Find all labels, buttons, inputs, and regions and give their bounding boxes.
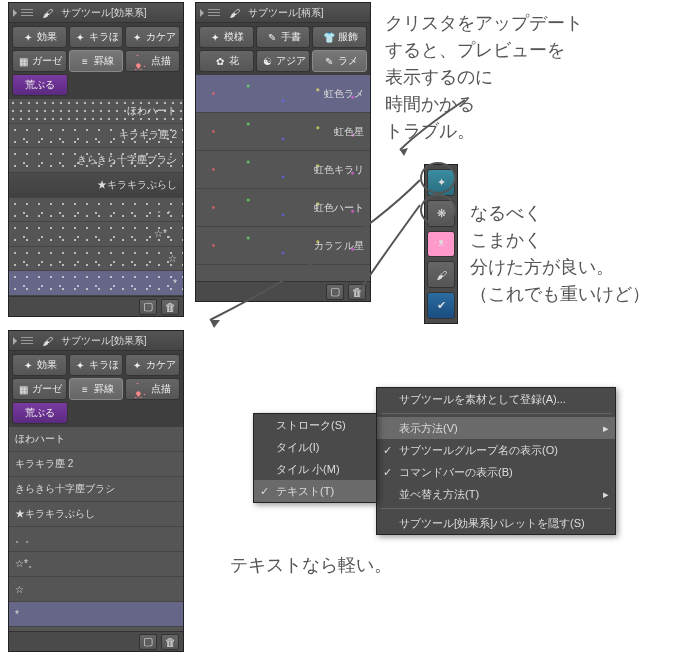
menu-register-material[interactable]: サブツールを素材として登録(A)... xyxy=(377,388,615,410)
brush-icon: 🖌 xyxy=(37,6,57,20)
tab-kakea[interactable]: ✦カケア xyxy=(125,26,180,48)
subtool-panel-pattern: 🖌 サブツール[柄系] ✦模様 ✎手書 👕服飾 ✿花 ☯アジア ✎ラメ 虹色ラメ… xyxy=(195,2,371,302)
tab-area: ✦効果 ✦キラほ ✦カケア ▦ガーゼ ≡罫線 ･ᴥ･点描 荒ぶる xyxy=(9,23,183,99)
list-item[interactable]: キラキラ塵 2 xyxy=(9,452,183,477)
new-subtool-button[interactable]: ▢ xyxy=(326,284,344,300)
tab-ruled[interactable]: ≡罫線 xyxy=(69,378,124,400)
list-item[interactable]: ★キラキラぶらし xyxy=(9,173,183,198)
list-item[interactable]: きらきら十字塵ブラシ xyxy=(9,148,183,173)
panel-footer: ▢ 🗑 xyxy=(196,281,370,301)
collapse-icon[interactable] xyxy=(13,337,17,345)
list-item[interactable]: * xyxy=(9,602,183,627)
tab-kakea[interactable]: ✦カケア xyxy=(125,354,180,376)
brush-icon: 🖌 xyxy=(436,269,447,281)
context-menu-display: ストローク(S) タイル(I) タイル 小(M) ✓テキスト(T) xyxy=(253,413,377,503)
trash-icon: 🗑 xyxy=(165,636,176,648)
delete-subtool-button[interactable]: 🗑 xyxy=(348,284,366,300)
collapse-icon[interactable] xyxy=(200,9,204,17)
new-icon: ▢ xyxy=(330,285,340,298)
list-item[interactable]: 虹色キラリ xyxy=(196,151,370,189)
tab-flower[interactable]: ✿花 xyxy=(199,50,254,72)
tab-gauze[interactable]: ▦ガーゼ xyxy=(12,378,67,400)
tab-dots[interactable]: ･ᴥ･点描 xyxy=(125,50,180,72)
trash-icon: 🗑 xyxy=(352,286,363,298)
tool-check[interactable]: ✔ xyxy=(427,292,455,319)
face-icon: ･ᴥ･ xyxy=(433,238,449,249)
tab-lame[interactable]: ✎ラメ xyxy=(312,50,367,72)
tool-face[interactable]: ･ᴥ･ xyxy=(427,231,455,258)
panel-header[interactable]: 🖌 サブツール[効果系] xyxy=(9,331,183,351)
menu-tile-small[interactable]: タイル 小(M) xyxy=(254,458,376,480)
panel-title: サブツール[効果系] xyxy=(61,334,147,348)
tab-pattern[interactable]: ✦模様 xyxy=(199,26,254,48)
tab-ruled[interactable]: ≡罫線 xyxy=(69,50,124,72)
tab-dots[interactable]: ･ᴥ･点描 xyxy=(125,378,180,400)
hand-circle-1 xyxy=(420,162,456,194)
tab-gauze[interactable]: ▦ガーゼ xyxy=(12,50,67,72)
hand-circle-2 xyxy=(420,194,456,226)
subtool-list: ほわハート キラキラ塵 2 きらきら十字塵ブラシ ★キラキラぶらし 。。 ☆*。… xyxy=(9,427,183,631)
collapse-icon[interactable] xyxy=(13,9,17,17)
subtool-panel-effects-preview: 🖌 サブツール[効果系] ✦効果 ✦キラほ ✦カケア ▦ガーゼ ≡罫線 ･ᴥ･点… xyxy=(8,2,184,317)
tab-araburu[interactable]: 荒ぶる xyxy=(12,402,68,424)
clothes-icon: 👕 xyxy=(322,30,336,44)
tab-kiraho[interactable]: ✦キラほ xyxy=(69,26,124,48)
menu-stroke[interactable]: ストローク(S) xyxy=(254,414,376,436)
list-item[interactable]: ☆*。 xyxy=(9,552,183,577)
delete-subtool-button[interactable]: 🗑 xyxy=(161,299,179,315)
list-item[interactable]: ほわハート xyxy=(9,427,183,452)
submenu-arrow-icon: ▸ xyxy=(603,488,609,501)
sparkle-icon: ✦ xyxy=(73,358,87,372)
tab-kiraho[interactable]: ✦キラほ xyxy=(69,354,124,376)
tab-effect[interactable]: ✦効果 xyxy=(12,26,67,48)
panel-header[interactable]: 🖌 サブツール[効果系] xyxy=(9,3,183,23)
brush-icon: 🖌 xyxy=(224,6,244,20)
list-item[interactable]: * xyxy=(9,271,183,296)
panel-header[interactable]: 🖌 サブツール[柄系] xyxy=(196,3,370,23)
sparkle-icon: ✦ xyxy=(130,30,144,44)
list-item[interactable]: ☆*。 xyxy=(9,222,183,247)
list-item[interactable]: ☆ xyxy=(9,247,183,272)
grip-icon[interactable] xyxy=(21,337,33,344)
grip-icon[interactable] xyxy=(21,9,33,16)
menu-tile[interactable]: タイル(I) xyxy=(254,436,376,458)
pattern-icon: ✦ xyxy=(208,30,222,44)
menu-show-group-name[interactable]: ✓サブツールグループ名の表示(O) xyxy=(377,439,615,461)
lame-icon: ✎ xyxy=(322,54,336,68)
new-subtool-button[interactable]: ▢ xyxy=(139,299,157,315)
menu-show-command-bar[interactable]: ✓コマンドバーの表示(B) xyxy=(377,461,615,483)
tool-brush[interactable]: 🖌 xyxy=(427,261,455,288)
hand-icon: ✎ xyxy=(265,30,279,44)
tab-clothes[interactable]: 👕服飾 xyxy=(312,26,367,48)
list-item[interactable]: きらきら十字塵ブラシ xyxy=(9,477,183,502)
list-item[interactable]: 。。 xyxy=(9,198,183,223)
tab-hand[interactable]: ✎手書 xyxy=(256,26,311,48)
handwriting-note-1: クリスタをアップデート すると、プレビューを 表示するのに 時間かかる トラブル… xyxy=(385,10,583,145)
list-item[interactable]: 虹色星 xyxy=(196,113,370,151)
list-item[interactable]: 虹色ラメ xyxy=(196,75,370,113)
check-icon: ✓ xyxy=(383,466,392,479)
panel-title: サブツール[効果系] xyxy=(61,6,147,20)
tab-effect[interactable]: ✦効果 xyxy=(12,354,67,376)
grip-icon[interactable] xyxy=(208,9,220,16)
check-icon: ✓ xyxy=(260,485,269,498)
new-subtool-button[interactable]: ▢ xyxy=(139,634,157,650)
list-item[interactable]: カラフル星 xyxy=(196,227,370,265)
list-item[interactable]: 虹色ハート xyxy=(196,189,370,227)
menu-sort-method[interactable]: 並べ替え方法(T)▸ xyxy=(377,483,615,505)
list-item[interactable]: ほわハート xyxy=(9,99,183,124)
list-item[interactable]: キラキラ塵 2 xyxy=(9,124,183,149)
face-icon: ･ᴥ･ xyxy=(135,382,149,396)
list-item[interactable]: 。。 xyxy=(9,527,183,552)
menu-hide-palette[interactable]: サブツール[効果系]パレットを隠す(S) xyxy=(377,512,615,534)
tab-araburu[interactable]: 荒ぶる xyxy=(12,74,68,96)
delete-subtool-button[interactable]: 🗑 xyxy=(161,634,179,650)
sparkle-icon: ✦ xyxy=(21,358,35,372)
new-icon: ▢ xyxy=(143,635,153,648)
menu-display-method[interactable]: 表示方法(V)▸ xyxy=(377,417,615,439)
list-item[interactable]: ☆ xyxy=(9,577,183,602)
tab-asia[interactable]: ☯アジア xyxy=(256,50,311,72)
list-item[interactable]: ★キラキラぶらし xyxy=(9,502,183,527)
menu-text[interactable]: ✓テキスト(T) xyxy=(254,480,376,502)
panel-title: サブツール[柄系] xyxy=(248,6,324,20)
